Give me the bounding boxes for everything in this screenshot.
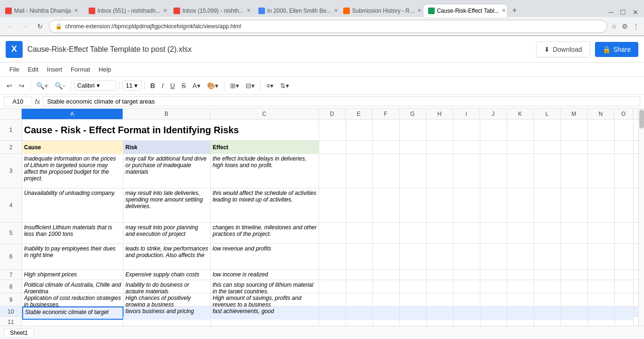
cell-d1[interactable] [319,120,346,141]
cell-a8[interactable]: Political climate of Australia, Chille a… [22,280,124,293]
cell-reference[interactable]: A10 [4,97,32,106]
cell-n8[interactable] [588,280,615,293]
cell-d6[interactable] [319,244,346,269]
row-num-2[interactable]: 2 [0,141,22,154]
cell-k2[interactable] [507,141,534,154]
cell-e1[interactable] [346,120,373,141]
cell-d4[interactable] [319,188,346,222]
fill-color-button[interactable]: 🎨▾ [204,80,221,91]
reload-button[interactable]: ↻ [34,20,46,32]
cell-f6[interactable] [373,244,400,269]
cell-c5[interactable]: changes in timeline, milestones and othe… [211,223,319,243]
col-header-h[interactable]: H [426,109,453,119]
bookmark-icon[interactable]: ☆ [610,22,618,31]
col-header-o[interactable]: O [614,109,633,119]
extension-icon[interactable]: ⚙ [621,22,629,31]
cell-c3[interactable]: the effect include delays in deliveries,… [211,154,319,188]
tab-close-inbox15k[interactable]: ✕ [247,8,251,14]
col-header-d[interactable]: D [319,109,346,119]
cell-a2[interactable]: Cause [22,141,124,154]
cell-n9[interactable] [588,293,615,307]
cell-e2[interactable] [346,141,373,154]
cell-f3[interactable] [373,154,400,188]
cell-k3[interactable] [507,154,534,188]
cell-l6[interactable] [534,244,561,269]
tab-close-mail[interactable]: ✕ [74,8,78,14]
col-header-c[interactable]: C [210,109,319,119]
cell-n2[interactable] [588,141,615,154]
cell-k4[interactable] [507,188,534,222]
forward-button[interactable]: → [19,20,31,32]
cell-h1[interactable] [427,120,454,141]
cell-c8[interactable]: this can stop sourcing of lithium materi… [211,280,319,293]
cell-a6[interactable]: Inability to pay employees their dues in… [22,244,124,269]
border-button[interactable]: ⊞▾ [227,80,242,91]
undo-button[interactable]: ↩ [4,80,15,91]
cell-a1[interactable]: Cause - Risk - Effect Format in Identify… [22,120,319,141]
col-header-m[interactable]: M [561,109,587,119]
cell-h9[interactable] [427,293,454,307]
formula-content[interactable]: Stable economic climate of target areas [43,97,640,106]
cell-n4[interactable] [588,188,615,222]
cell-e4[interactable] [346,188,373,222]
cell-a4[interactable]: Unavailability of unloading company. [22,188,124,222]
cell-g9[interactable] [400,293,427,307]
tab-close-cause[interactable]: ✕ [502,8,506,14]
cell-l4[interactable] [534,188,561,222]
col-header-l[interactable]: L [534,109,561,119]
cell-m4[interactable] [561,188,588,222]
cell-h2[interactable] [427,141,454,154]
cell-h6[interactable] [427,244,454,269]
cell-i1[interactable] [454,120,480,141]
cell-o1[interactable] [615,120,634,141]
minimize-button[interactable]: ─ [607,8,615,17]
cell-c9[interactable]: High amount of savings, profits and reve… [211,293,319,307]
tab-close-ellen[interactable]: ✕ [334,8,338,14]
align-button[interactable]: ≡▾ [264,80,276,91]
cell-f8[interactable] [373,280,400,293]
zoom-in-button[interactable]: 🔍+ [33,80,51,91]
cell-j1[interactable] [480,120,507,141]
bold-button[interactable]: B [148,80,158,91]
scrollbar-thumb[interactable] [639,110,644,129]
cell-m6[interactable] [561,244,588,269]
share-button[interactable]: 🔒 Share [595,42,638,57]
tab-mail[interactable]: Mail - Nishtha Dhamija ✕ [0,4,83,17]
col-header-k[interactable]: K [507,109,534,119]
cell-n5[interactable] [588,223,615,243]
back-button[interactable]: ← [4,20,16,32]
cell-k1[interactable] [507,120,534,141]
col-header-e[interactable]: E [346,109,372,119]
tab-cause[interactable]: Cause-Risk-Effect Tabl... ✕ [423,4,508,17]
cell-f9[interactable] [373,293,400,307]
cell-b8[interactable]: Inability to do business or acquire mate… [124,280,211,293]
row-num-10[interactable]: 10 [0,307,22,317]
new-tab-button[interactable]: + [508,4,521,17]
cell-l2[interactable] [534,141,561,154]
restore-button[interactable]: ☐ [618,8,628,17]
cell-o8[interactable] [615,280,634,293]
font-selector[interactable]: Calibri ▾ [74,81,116,90]
cell-l8[interactable] [534,280,561,293]
cell-g3[interactable] [400,154,427,188]
row-num-1[interactable]: 1 [0,120,22,141]
cell-a5[interactable]: Insufficient Lithium materials that is l… [22,223,124,243]
italic-button[interactable]: I [159,80,166,91]
redo-button[interactable]: ↪ [16,80,27,91]
cell-g1[interactable] [400,120,427,141]
cell-l1[interactable] [534,120,561,141]
cell-k8[interactable] [507,280,534,293]
cell-e5[interactable] [346,223,373,243]
cell-f1[interactable] [373,120,400,141]
cell-k9[interactable] [507,293,534,307]
cell-c4[interactable]: this would affect the schedule of activi… [211,188,319,222]
col-header-j[interactable]: J [480,109,507,119]
merge-button[interactable]: ⊟▾ [243,80,257,91]
cell-j9[interactable] [480,293,507,307]
cell-g6[interactable] [400,244,427,269]
cell-d8[interactable] [319,280,346,293]
cell-h8[interactable] [427,280,454,293]
cell-m5[interactable] [561,223,588,243]
menu-file[interactable]: File [6,64,23,75]
cell-f4[interactable] [373,188,400,222]
